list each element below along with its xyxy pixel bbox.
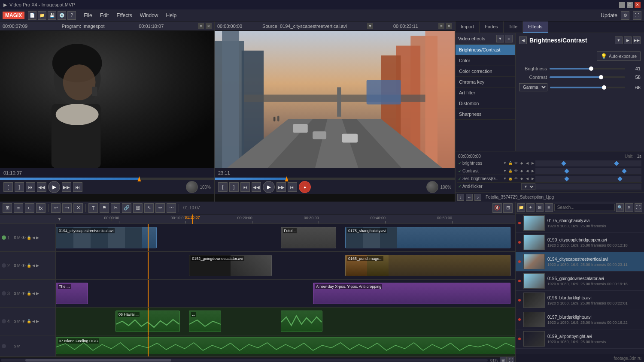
gamma-thumb[interactable] (602, 85, 606, 90)
tl-marker-btn[interactable]: ⚑ (100, 203, 109, 213)
track-1-eye-btn[interactable]: 👁 (21, 235, 26, 240)
tl-link-btn[interactable]: 🔗 (122, 203, 131, 213)
track-2-eye-btn[interactable]: 👁 (21, 263, 26, 268)
track-3-lock[interactable]: 🔒 (27, 291, 31, 296)
mp-item-0194[interactable]: 0194_cityscapestreetvertical.avi 1920 x … (516, 252, 644, 272)
tl-grid-btn[interactable]: ⊞ (3, 203, 12, 213)
tl-text-btn[interactable]: T (88, 203, 98, 213)
kf-brightness-prev[interactable]: ◀ (525, 161, 530, 166)
track-3-eye-btn[interactable]: 👁 (21, 291, 26, 296)
play-right-btn[interactable]: ▶ (263, 181, 275, 193)
menu-file[interactable]: File (80, 11, 95, 20)
preview-left-close-icon[interactable]: ✕ (206, 23, 212, 29)
menu-edit[interactable]: Edit (97, 11, 112, 20)
effect-art-filter[interactable]: Art filter (456, 87, 515, 98)
tab-effects[interactable]: Effects (523, 21, 548, 33)
track-2-prev[interactable]: ◀ (32, 263, 35, 268)
record-btn[interactable]: ● (299, 181, 311, 193)
tl-list-btn[interactable]: ≡ (14, 203, 23, 213)
mp-expand-btn[interactable]: ⛶ (635, 203, 642, 212)
kf-diamond-1[interactable] (561, 161, 566, 166)
track-3-next[interactable]: ▶ (36, 291, 39, 296)
close-button[interactable]: ✕ (635, 2, 641, 8)
clip-2-1[interactable]: 0152_goingdownescalator.avi (189, 255, 272, 276)
preview-left-progress[interactable] (0, 178, 214, 180)
next-marker-btn[interactable]: ⏭ (73, 182, 82, 192)
kf-contrast-prev[interactable]: ◀ (525, 169, 530, 174)
kf-gamma-diamond-2[interactable] (617, 176, 622, 181)
tab-fades[interactable]: Fades (480, 21, 504, 33)
preview-right-progress[interactable] (215, 178, 455, 180)
mp-item-0190[interactable]: 0190_citypeoplebridgeopen.avi 1920 x 108… (516, 233, 644, 252)
scrollbar-track[interactable] (1, 359, 488, 362)
kf-gamma-lock[interactable]: 🔒 (508, 176, 513, 181)
track-4-next[interactable]: ▶ (36, 319, 39, 323)
contrast-slider-thumb[interactable] (599, 75, 603, 79)
kf-brightness-expand[interactable]: ▼ (502, 161, 507, 166)
track-content-1[interactable]: 0194_cityscapestreetvertical.avi Fotol..… (56, 224, 515, 251)
kf-contrast-kf[interactable]: ◆ (519, 169, 524, 174)
kf-gamma-expand[interactable]: ▼ (502, 176, 507, 181)
kf-contrast-lock[interactable]: 🔒 (508, 169, 513, 174)
kf-track-brightness[interactable] (535, 160, 641, 166)
effect-brightness-contrast[interactable]: Brightness/Contrast (456, 45, 515, 55)
track-4-lock[interactable]: 🔒 (27, 319, 31, 323)
tl-fx-btn[interactable]: fx (36, 203, 46, 213)
kf-contrast-eye[interactable]: 👁 (513, 169, 519, 174)
clip-audio-main[interactable]: 07 Island Feeling.OGG (56, 337, 515, 354)
track-1-expand-icon[interactable]: ▶ (36, 235, 39, 240)
clip-4-1[interactable]: 06 Hawaii... (115, 311, 180, 332)
track-4-eye-btn[interactable]: 👁 (21, 319, 26, 324)
preview-right-settings-icon[interactable]: ≡ (438, 23, 444, 29)
effects-list-expand-icon[interactable]: ▼ (496, 35, 504, 42)
kf-track-contrast[interactable] (535, 168, 641, 174)
tl-mixer-btn[interactable]: ⊞ (503, 203, 513, 213)
gamma-track[interactable] (550, 87, 625, 88)
mp-item-0175[interactable]: 0175_shanghaicity.avi 1920 x 1080, 16:9,… (516, 214, 644, 233)
track-3-prev[interactable]: ◀ (32, 291, 35, 296)
kf-contrast-diamond-2[interactable] (622, 169, 626, 173)
track-content-3[interactable]: The ... A new day X-pos. Y-pos. Anti cro… (56, 280, 515, 307)
effect-color[interactable]: Color (456, 55, 515, 66)
mp-item-0196[interactable]: 0196_blurdarklights.avi 1920 x 1080, 16:… (516, 291, 644, 310)
kf-gamma-next[interactable]: ▶ (530, 176, 535, 181)
effects-nav-left-icon[interactable]: ◀ (519, 36, 527, 44)
mp-list-btn[interactable]: ≡ (545, 203, 553, 212)
track-content-2[interactable]: 0152_goingdownescalator.avi 0165_pond.im… (56, 252, 515, 279)
clip-1-3[interactable]: 0175_shanghaicity.avi (345, 227, 510, 248)
tl-delete-btn[interactable]: ✕ (73, 203, 83, 213)
right-rew-btn[interactable]: ◀◀ (252, 182, 261, 192)
track-4-prev[interactable]: ◀ (32, 319, 35, 323)
clip-1-1[interactable]: 0194_cityscapestreetvertical.avi (56, 227, 157, 248)
clip-3-1[interactable]: The ... (56, 283, 88, 304)
track-1-lock-icon[interactable]: 🔒 (27, 235, 31, 240)
mp-close-btn[interactable]: ✕ (625, 203, 633, 212)
preview-source-dropdown[interactable]: ▼ (367, 23, 373, 29)
new-project-icon[interactable]: 📄 (28, 11, 36, 20)
right-fwd-btn[interactable]: ▶▶ (276, 182, 286, 192)
track-2-lock[interactable]: 🔒 (27, 263, 31, 268)
fast-forward-btn[interactable]: ▶▶ (62, 182, 71, 192)
tab-title[interactable]: Title (504, 21, 523, 33)
track-content-audio[interactable]: 07 Island Feeling.OGG (56, 335, 515, 356)
effects-nav-down-btn[interactable]: ↓ (457, 194, 464, 201)
effects-nav-vol-btn[interactable]: ♪ (474, 194, 481, 201)
tl-morph-btn[interactable]: ⋯ (167, 203, 176, 213)
effects-play-icon[interactable]: ▶ (624, 36, 632, 44)
menu-help[interactable]: Help (163, 11, 180, 20)
fast-rewind-btn[interactable]: ◀◀ (37, 182, 46, 192)
kf-brightness-eye[interactable]: 👁 (513, 161, 519, 166)
antiflicker-select[interactable]: ▼ (521, 183, 535, 190)
kf-diamond-2[interactable] (614, 161, 619, 166)
right-lb-btn[interactable]: [ (218, 182, 228, 192)
clip-2-2[interactable]: 0165_pond.image... (345, 255, 510, 276)
effect-chroma-key[interactable]: Chroma key (456, 77, 515, 87)
timeline-scrollbar[interactable]: 81% ⊞ ⛶ (0, 358, 515, 362)
brightness-slider-thumb[interactable] (589, 66, 593, 71)
tab-import[interactable]: Import (456, 21, 480, 33)
volume-knob-right[interactable] (426, 181, 438, 193)
mp-item-0197[interactable]: 0197_blurdarklights.avi 1920 x 1080, 16:… (516, 310, 644, 329)
track-content-4[interactable]: 06 Hawaii... ... (56, 308, 515, 335)
kf-gamma-diamond-1[interactable] (564, 176, 569, 181)
menu-effects[interactable]: Effects (113, 11, 135, 20)
